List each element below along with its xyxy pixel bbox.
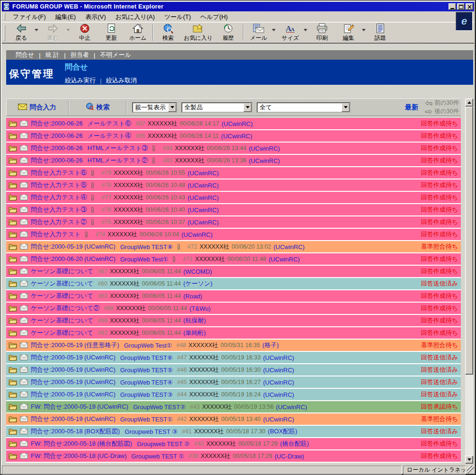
- prev-30-button[interactable]: 前の30件: [425, 99, 459, 107]
- inquiry-subject-link[interactable]: GroupWeb Test①: [120, 256, 169, 263]
- inquiry-title-link[interactable]: ケーソン基礎について: [31, 316, 93, 325]
- inquiry-title-link[interactable]: 問合せ:2000-05-19 (UCwinRC): [31, 390, 116, 399]
- nav-tab-2[interactable]: 担当者: [66, 51, 94, 59]
- inquiry-row[interactable]: ケーソン基礎について #60 XXXXXX社 00/06/05 11:44 (ケ…: [6, 278, 461, 290]
- inquiry-row[interactable]: 問合せ:2000-06-26 メールテスト④ #85 XXXXXX社 00/06…: [6, 130, 461, 143]
- inquiry-subject-link[interactable]: GroupWeb TEST④: [120, 379, 173, 386]
- maximize-button[interactable]: [457, 3, 465, 10]
- vertical-scrollbar[interactable]: [465, 99, 473, 464]
- inquiry-subject-link[interactable]: メールテスト⑥: [87, 119, 131, 128]
- toolbar-button-edit[interactable]: 編集: [335, 23, 362, 43]
- inquiry-row[interactable]: ケーソン基礎について #62 XXXXXX社 00/06/05 11:44 (単…: [6, 327, 461, 340]
- inquiry-title-link[interactable]: 問合せ:2000-06-26: [31, 119, 82, 128]
- inquiry-subject-link[interactable]: GroupWeb Test①: [124, 342, 172, 349]
- product-link[interactable]: (UCwinRC): [263, 379, 294, 386]
- inquiry-row[interactable]: 問合せ:2000-05-18 (BOX配筋図) Groupweb TEST ③ …: [6, 426, 461, 438]
- inquiry-title-link[interactable]: ケーソン基礎について: [31, 279, 93, 288]
- toolbar-button-topics[interactable]: 話題: [367, 23, 394, 43]
- inquiry-title-link[interactable]: 問合せ:2000-05-19 (任意形格子): [31, 341, 119, 350]
- inquiry-row[interactable]: FW: 問合せ:2000-05-18 (UC-Draw) Groupweb TE…: [6, 450, 461, 463]
- inquiry-title-link[interactable]: 問合せ:2000-06-26: [31, 144, 82, 152]
- filter-select-0[interactable]: 親一覧表示: [132, 102, 177, 113]
- inquiry-row[interactable]: FW: 問合せ:2000-05-19 (UCwinRC) GroupWeb TE…: [6, 401, 461, 413]
- inquiry-row[interactable]: ケーソン基礎について #63 XXXXXX社 00/06/05 11:44 (R…: [6, 290, 461, 303]
- product-link[interactable]: (UCwinRC): [188, 194, 219, 201]
- inquiry-title-link[interactable]: 問合せ入力テスト⑥: [31, 169, 87, 177]
- inquiry-row[interactable]: 問合せ:2000-06-26 HTMLメールテスト② #83 XXXXXX社 0…: [6, 155, 461, 167]
- menu-item[interactable]: ツール(T): [160, 12, 196, 22]
- toolbar-grip[interactable]: [4, 25, 5, 41]
- chevron-down-icon[interactable]: [66, 29, 70, 31]
- inquiry-title-link[interactable]: 問合せ入力テスト: [31, 230, 81, 239]
- inquiry-title-link[interactable]: FW: 問合せ:2000-05-18 (UC-Draw): [31, 452, 126, 460]
- list-search-button[interactable]: 検索: [70, 102, 125, 112]
- toolbar-button-stop[interactable]: 中止: [72, 23, 98, 43]
- inquiry-row[interactable]: 問合せ:2000-05-19 (UCwinRC) GroupWeb TEST③ …: [6, 389, 461, 401]
- product-link[interactable]: (BOX配筋): [268, 427, 297, 436]
- resize-grip[interactable]: [467, 466, 474, 475]
- inquiry-row[interactable]: 問合せ:2000-05-19 (UCwinRC) GroupWeb TEST⑧ …: [6, 241, 461, 253]
- nav-tab-3[interactable]: 不明メール: [95, 51, 136, 59]
- inquiry-row[interactable]: 問合せ:2000-05-19 (UCwinRC) GroupWeb TEST⑤ …: [6, 364, 461, 376]
- minimize-button[interactable]: [449, 3, 456, 10]
- menu-item[interactable]: ヘルプ(H): [196, 12, 233, 22]
- product-link[interactable]: (UCwinRC): [221, 133, 252, 140]
- menubar-grip[interactable]: [4, 13, 5, 20]
- inquiry-row[interactable]: ケーソン基礎について #69 XXXXXX社 00/06/05 11:44 (杭…: [6, 315, 461, 327]
- product-link[interactable]: (T&Wu): [189, 305, 211, 312]
- inquiry-title-link[interactable]: ケーソン基礎について: [31, 292, 93, 300]
- menu-item[interactable]: お気に入り(A): [111, 12, 160, 22]
- scroll-up-button[interactable]: [465, 99, 473, 107]
- inquiry-row[interactable]: ケーソン基礎について #67 XXXXXX社 00/06/05 11:44 (W…: [6, 266, 461, 278]
- product-link[interactable]: (UCwinRC): [273, 243, 305, 251]
- toolbar-button-size[interactable]: AAサイズ: [277, 23, 304, 43]
- product-link[interactable]: (UCwinRC): [263, 367, 294, 374]
- toolbar-button-search[interactable]: 検索: [155, 23, 181, 43]
- inquiry-subject-link[interactable]: GroupWeb TEST⑧: [120, 243, 173, 251]
- inquiry-row[interactable]: 問合せ:2000-06-20 (UCwinRC) GroupWeb Test① …: [6, 253, 461, 266]
- inquiry-title-link[interactable]: 問合せ:2000-05-19 (UCwinRC): [31, 353, 116, 362]
- inquiry-title-link[interactable]: FW: 問合せ:2000-05-18 (橋台配筋図): [31, 439, 132, 448]
- inquiry-subject-link[interactable]: GroupWeb TEST⑥: [120, 354, 173, 361]
- inquiry-title-link[interactable]: 問合せ:2000-05-19 (UCwinRC): [31, 242, 116, 251]
- inquiry-subject-link[interactable]: Groupweb TEST ①: [131, 453, 184, 460]
- next-30-button[interactable]: 後の30件: [425, 108, 459, 116]
- scrollbar-thumb[interactable]: [465, 107, 473, 375]
- menu-item[interactable]: ファイル(F): [8, 12, 51, 22]
- menu-item[interactable]: 表示(V): [81, 12, 110, 22]
- toolbar-button-favorites[interactable]: お気に入り: [181, 23, 215, 43]
- toolbar-button-mail[interactable]: メール: [245, 23, 272, 43]
- product-link[interactable]: (格子): [262, 341, 279, 350]
- inquiry-title-link[interactable]: 問合せ:2000-05-18 (BOX配筋図): [31, 427, 120, 436]
- filter-select-2[interactable]: 全て: [257, 102, 350, 113]
- close-button[interactable]: [466, 3, 473, 10]
- inquiry-subject-link[interactable]: GroupWeb TEST①: [120, 416, 173, 423]
- nav-tab-1[interactable]: 統 計: [41, 51, 64, 59]
- toolbar-button-home[interactable]: ホーム: [125, 23, 151, 43]
- inquiry-row[interactable]: FW: 問合せ:2000-05-18 (橋台配筋図) Groupweb TEST…: [6, 438, 461, 450]
- latest-link[interactable]: 最新: [405, 103, 418, 112]
- header-action-link-0[interactable]: 絞込み実行: [65, 76, 96, 85]
- inquiry-title-link[interactable]: 問合せ入力テスト③: [31, 206, 87, 214]
- inquiry-subject-link[interactable]: HTMLメールテスト③: [87, 144, 148, 152]
- select-dropdown-button[interactable]: [341, 103, 350, 112]
- inquiry-title-link[interactable]: 問合せ入力テスト④: [31, 193, 87, 202]
- inquiry-row[interactable]: 問合せ入力テスト② #75 XXXXXX社 00/06/26 10:37 (UC…: [6, 216, 461, 229]
- inquiry-row[interactable]: ケーソン基礎について② #68 XXXXXX社 00/06/05 11:44 (…: [6, 303, 461, 315]
- product-link[interactable]: (UCwinRC): [188, 206, 219, 214]
- chevron-down-icon[interactable]: [272, 29, 276, 31]
- product-link[interactable]: (Road): [183, 293, 202, 300]
- toolbar-button-history[interactable]: 履歴: [215, 23, 242, 43]
- product-link[interactable]: (UCwinRC): [222, 120, 253, 127]
- inquiry-title-link[interactable]: ケーソン基礎について: [31, 267, 93, 276]
- inquiry-subject-link[interactable]: GroupWeb TEST⑤: [120, 367, 173, 374]
- product-link[interactable]: (UCwinRC): [269, 256, 300, 263]
- inquiry-row[interactable]: 問合せ:2000-05-19 (UCwinRC) GroupWeb TEST⑥ …: [6, 352, 461, 364]
- toolbar-button-back[interactable]: 戻る: [8, 23, 35, 43]
- inquiry-row[interactable]: 問合せ入力テスト #74 XXXXXX社 00/06/26 10:04 (UCw…: [6, 229, 461, 241]
- chevron-down-icon[interactable]: [362, 29, 366, 31]
- product-link[interactable]: (橋台配筋): [280, 439, 309, 448]
- inquiry-title-link[interactable]: 問合せ:2000-05-19 (UCwinRC): [31, 366, 116, 374]
- product-link[interactable]: (UCwinRC): [263, 416, 294, 423]
- inquiry-title-link[interactable]: 問合せ:2000-06-20 (UCwinRC): [31, 255, 116, 263]
